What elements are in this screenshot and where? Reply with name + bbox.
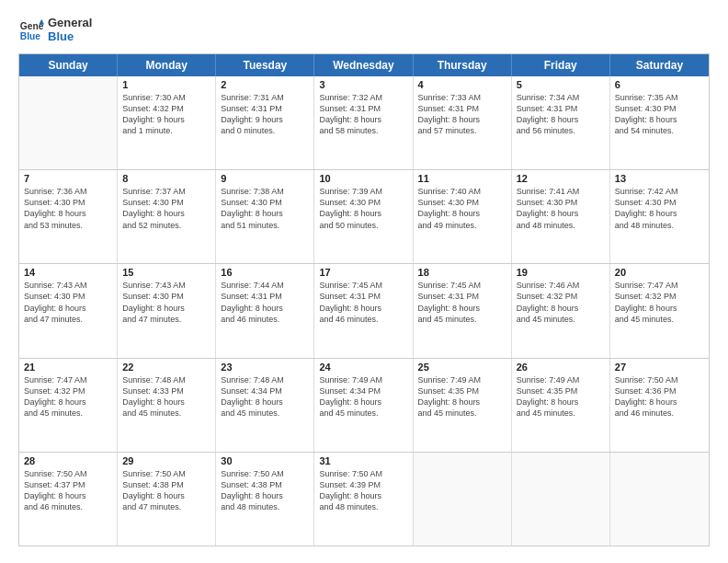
calendar-cell: 7Sunrise: 7:36 AM Sunset: 4:30 PM Daylig… bbox=[19, 170, 118, 263]
day-number: 22 bbox=[122, 362, 210, 373]
day-number: 11 bbox=[418, 173, 506, 184]
calendar-cell: 20Sunrise: 7:47 AM Sunset: 4:32 PM Dayli… bbox=[610, 264, 709, 357]
day-number: 9 bbox=[221, 173, 309, 184]
day-details: Sunrise: 7:30 AM Sunset: 4:32 PM Dayligh… bbox=[122, 92, 210, 137]
day-details: Sunrise: 7:49 AM Sunset: 4:35 PM Dayligh… bbox=[517, 374, 605, 419]
day-number: 21 bbox=[24, 362, 112, 373]
day-number: 6 bbox=[615, 79, 704, 90]
svg-text:Blue: Blue bbox=[20, 31, 41, 41]
calendar-cell: 21Sunrise: 7:47 AM Sunset: 4:32 PM Dayli… bbox=[19, 359, 118, 452]
day-details: Sunrise: 7:50 AM Sunset: 4:38 PM Dayligh… bbox=[122, 468, 210, 513]
calendar-cell: 5Sunrise: 7:34 AM Sunset: 4:31 PM Daylig… bbox=[512, 76, 610, 169]
day-number: 24 bbox=[319, 362, 407, 373]
day-details: Sunrise: 7:50 AM Sunset: 4:39 PM Dayligh… bbox=[319, 468, 407, 513]
calendar-cell: 28Sunrise: 7:50 AM Sunset: 4:37 PM Dayli… bbox=[19, 453, 118, 546]
calendar-cell bbox=[414, 453, 512, 546]
header: General Blue General Blue bbox=[18, 17, 710, 44]
day-details: Sunrise: 7:43 AM Sunset: 4:30 PM Dayligh… bbox=[122, 280, 210, 325]
day-details: Sunrise: 7:41 AM Sunset: 4:30 PM Dayligh… bbox=[517, 186, 605, 231]
calendar-header-sunday: Sunday bbox=[19, 54, 118, 76]
day-details: Sunrise: 7:45 AM Sunset: 4:31 PM Dayligh… bbox=[418, 280, 506, 325]
calendar-header-tuesday: Tuesday bbox=[216, 54, 314, 76]
day-details: Sunrise: 7:43 AM Sunset: 4:30 PM Dayligh… bbox=[24, 280, 112, 325]
day-details: Sunrise: 7:37 AM Sunset: 4:30 PM Dayligh… bbox=[122, 186, 210, 231]
day-details: Sunrise: 7:31 AM Sunset: 4:31 PM Dayligh… bbox=[221, 92, 309, 137]
day-details: Sunrise: 7:38 AM Sunset: 4:30 PM Dayligh… bbox=[221, 186, 309, 231]
day-details: Sunrise: 7:34 AM Sunset: 4:31 PM Dayligh… bbox=[517, 92, 605, 137]
day-number: 31 bbox=[319, 455, 407, 466]
calendar-cell: 30Sunrise: 7:50 AM Sunset: 4:38 PM Dayli… bbox=[216, 453, 314, 546]
day-details: Sunrise: 7:42 AM Sunset: 4:30 PM Dayligh… bbox=[615, 186, 704, 231]
day-details: Sunrise: 7:50 AM Sunset: 4:36 PM Dayligh… bbox=[615, 374, 704, 419]
logo-general: General bbox=[48, 17, 92, 30]
day-number: 8 bbox=[122, 173, 210, 184]
calendar-week-4: 21Sunrise: 7:47 AM Sunset: 4:32 PM Dayli… bbox=[19, 359, 709, 453]
calendar-week-3: 14Sunrise: 7:43 AM Sunset: 4:30 PM Dayli… bbox=[19, 264, 709, 358]
calendar-cell bbox=[610, 453, 709, 546]
day-details: Sunrise: 7:33 AM Sunset: 4:31 PM Dayligh… bbox=[418, 92, 506, 137]
calendar: SundayMondayTuesdayWednesdayThursdayFrid… bbox=[18, 53, 710, 546]
day-number: 3 bbox=[319, 79, 407, 90]
day-details: Sunrise: 7:32 AM Sunset: 4:31 PM Dayligh… bbox=[319, 92, 407, 137]
calendar-cell: 4Sunrise: 7:33 AM Sunset: 4:31 PM Daylig… bbox=[414, 76, 512, 169]
day-number: 23 bbox=[221, 362, 309, 373]
calendar-cell: 23Sunrise: 7:48 AM Sunset: 4:34 PM Dayli… bbox=[216, 359, 314, 452]
day-details: Sunrise: 7:44 AM Sunset: 4:31 PM Dayligh… bbox=[221, 280, 309, 325]
logo-icon: General Blue bbox=[18, 17, 44, 43]
calendar-header-saturday: Saturday bbox=[610, 54, 709, 76]
calendar-cell: 6Sunrise: 7:35 AM Sunset: 4:30 PM Daylig… bbox=[610, 76, 709, 169]
day-number: 25 bbox=[418, 362, 506, 373]
calendar-week-1: 1Sunrise: 7:30 AM Sunset: 4:32 PM Daylig… bbox=[19, 76, 709, 170]
day-number: 1 bbox=[122, 79, 210, 90]
day-number: 14 bbox=[24, 267, 112, 278]
calendar-week-5: 28Sunrise: 7:50 AM Sunset: 4:37 PM Dayli… bbox=[19, 453, 709, 546]
day-number: 2 bbox=[221, 79, 309, 90]
calendar-header-wednesday: Wednesday bbox=[314, 54, 413, 76]
calendar-cell: 3Sunrise: 7:32 AM Sunset: 4:31 PM Daylig… bbox=[314, 76, 413, 169]
day-number: 19 bbox=[517, 267, 605, 278]
calendar-cell: 8Sunrise: 7:37 AM Sunset: 4:30 PM Daylig… bbox=[118, 170, 216, 263]
day-number: 17 bbox=[319, 267, 407, 278]
calendar-header-row: SundayMondayTuesdayWednesdayThursdayFrid… bbox=[19, 54, 709, 76]
calendar-cell: 10Sunrise: 7:39 AM Sunset: 4:30 PM Dayli… bbox=[314, 170, 413, 263]
calendar-cell: 12Sunrise: 7:41 AM Sunset: 4:30 PM Dayli… bbox=[512, 170, 610, 263]
calendar-cell: 17Sunrise: 7:45 AM Sunset: 4:31 PM Dayli… bbox=[314, 264, 413, 357]
calendar-cell: 19Sunrise: 7:46 AM Sunset: 4:32 PM Dayli… bbox=[512, 264, 610, 357]
day-details: Sunrise: 7:36 AM Sunset: 4:30 PM Dayligh… bbox=[24, 186, 112, 231]
calendar-cell: 25Sunrise: 7:49 AM Sunset: 4:35 PM Dayli… bbox=[414, 359, 512, 452]
day-details: Sunrise: 7:35 AM Sunset: 4:30 PM Dayligh… bbox=[615, 92, 704, 137]
calendar-cell: 15Sunrise: 7:43 AM Sunset: 4:30 PM Dayli… bbox=[118, 264, 216, 357]
calendar-body: 1Sunrise: 7:30 AM Sunset: 4:32 PM Daylig… bbox=[19, 76, 709, 546]
day-number: 15 bbox=[122, 267, 210, 278]
day-number: 16 bbox=[221, 267, 309, 278]
calendar-week-2: 7Sunrise: 7:36 AM Sunset: 4:30 PM Daylig… bbox=[19, 170, 709, 264]
calendar-cell: 26Sunrise: 7:49 AM Sunset: 4:35 PM Dayli… bbox=[512, 359, 610, 452]
day-number: 20 bbox=[615, 267, 704, 278]
calendar-cell: 14Sunrise: 7:43 AM Sunset: 4:30 PM Dayli… bbox=[19, 264, 118, 357]
day-number: 28 bbox=[24, 455, 112, 466]
day-number: 12 bbox=[517, 173, 605, 184]
calendar-cell: 9Sunrise: 7:38 AM Sunset: 4:30 PM Daylig… bbox=[216, 170, 314, 263]
page: General Blue General Blue SundayMondayTu… bbox=[0, 0, 728, 563]
calendar-header-monday: Monday bbox=[118, 54, 216, 76]
calendar-cell: 29Sunrise: 7:50 AM Sunset: 4:38 PM Dayli… bbox=[118, 453, 216, 546]
day-details: Sunrise: 7:48 AM Sunset: 4:33 PM Dayligh… bbox=[122, 374, 210, 419]
day-number: 27 bbox=[615, 362, 704, 373]
calendar-cell bbox=[19, 76, 118, 169]
calendar-header-thursday: Thursday bbox=[414, 54, 512, 76]
logo: General Blue General Blue bbox=[18, 17, 92, 44]
day-details: Sunrise: 7:50 AM Sunset: 4:37 PM Dayligh… bbox=[24, 468, 112, 513]
day-details: Sunrise: 7:45 AM Sunset: 4:31 PM Dayligh… bbox=[319, 280, 407, 325]
day-details: Sunrise: 7:49 AM Sunset: 4:35 PM Dayligh… bbox=[418, 374, 506, 419]
day-details: Sunrise: 7:39 AM Sunset: 4:30 PM Dayligh… bbox=[319, 186, 407, 231]
day-number: 13 bbox=[615, 173, 704, 184]
day-details: Sunrise: 7:40 AM Sunset: 4:30 PM Dayligh… bbox=[418, 186, 506, 231]
day-number: 7 bbox=[24, 173, 112, 184]
calendar-cell: 13Sunrise: 7:42 AM Sunset: 4:30 PM Dayli… bbox=[610, 170, 709, 263]
calendar-cell: 24Sunrise: 7:49 AM Sunset: 4:34 PM Dayli… bbox=[314, 359, 413, 452]
day-details: Sunrise: 7:47 AM Sunset: 4:32 PM Dayligh… bbox=[24, 374, 112, 419]
day-number: 29 bbox=[122, 455, 210, 466]
day-number: 18 bbox=[418, 267, 506, 278]
logo-blue: Blue bbox=[48, 30, 92, 44]
calendar-cell: 1Sunrise: 7:30 AM Sunset: 4:32 PM Daylig… bbox=[118, 76, 216, 169]
